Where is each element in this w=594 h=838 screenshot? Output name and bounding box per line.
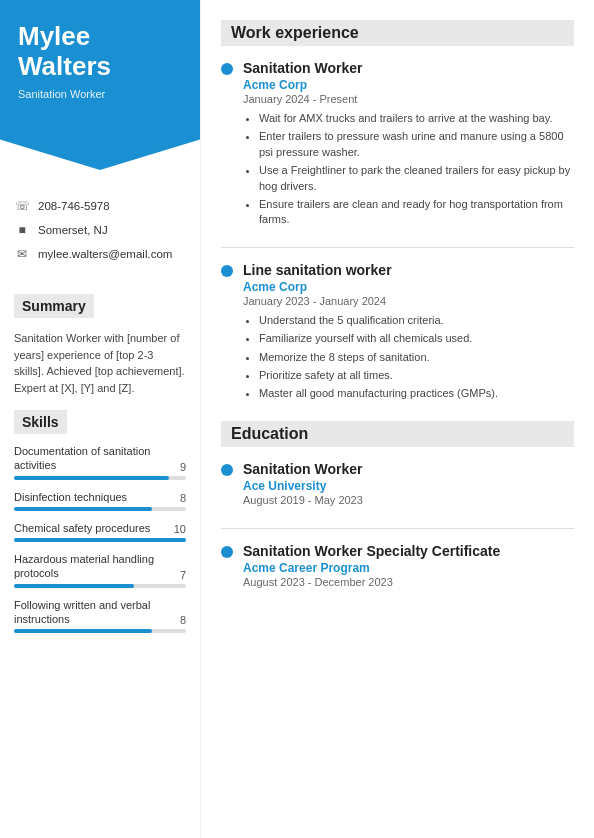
skill-bar-background <box>14 584 186 588</box>
education-item: Sanitation Worker Ace University August … <box>221 461 574 512</box>
exp-company: Acme Corp <box>243 280 574 294</box>
education-item: Sanitation Worker Specialty Certificate … <box>221 543 574 594</box>
exp-content: Line sanitation worker Acme Corp January… <box>243 262 574 405</box>
skill-item: Documentation of sanitation activities 9 <box>14 444 186 480</box>
blue-dot <box>221 63 233 75</box>
skill-item: Chemical safety procedures 10 <box>14 521 186 542</box>
bullet-item: Master all good manufacturing practices … <box>259 386 574 401</box>
skills-list: Documentation of sanitation activities 9… <box>14 444 186 633</box>
exp-bullets: Wait for AMX trucks and trailers to arri… <box>243 111 574 228</box>
email-icon: ✉ <box>14 246 30 262</box>
skill-name: Following written and verbal instruction… <box>14 598 180 627</box>
edu-dates: August 2023 - December 2023 <box>243 576 574 588</box>
skill-name: Hazardous material handling protocols <box>14 552 180 581</box>
skill-bar-fill <box>14 538 186 542</box>
edu-institution: Ace University <box>243 479 574 493</box>
location-icon: ■ <box>14 222 30 238</box>
bullet-item: Wait for AMX trucks and trailers to arri… <box>259 111 574 126</box>
bullet-item: Use a Freightliner to park the cleaned t… <box>259 163 574 194</box>
skill-name: Documentation of sanitation activities <box>14 444 180 473</box>
skills-heading: Skills <box>14 410 67 434</box>
skill-score: 7 <box>180 569 186 581</box>
experience-item: Line sanitation worker Acme Corp January… <box>221 262 574 405</box>
bullet-item: Understand the 5 qualification criteria. <box>259 313 574 328</box>
summary-section: Summary <box>0 280 200 330</box>
skill-score: 9 <box>180 461 186 473</box>
edu-degree: Sanitation Worker Specialty Certificate <box>243 543 574 559</box>
bullet-item: Prioritize safety at all times. <box>259 368 574 383</box>
exp-role: Line sanitation worker <box>243 262 574 278</box>
edu-institution: Acme Career Program <box>243 561 574 575</box>
skill-bar-background <box>14 507 186 511</box>
phone-text: 208-746-5978 <box>38 200 110 212</box>
bullet-item: Memorize the 8 steps of sanitation. <box>259 350 574 365</box>
phone-contact: ☏ 208-746-5978 <box>14 198 186 214</box>
contact-section: ☏ 208-746-5978 ■ Somerset, NJ ✉ mylee.wa… <box>0 170 200 280</box>
edu-degree: Sanitation Worker <box>243 461 574 477</box>
work-experience-heading: Work experience <box>221 20 574 46</box>
skill-name: Chemical safety procedures <box>14 521 174 535</box>
candidate-title: Sanitation Worker <box>18 88 182 100</box>
edu-content: Sanitation Worker Specialty Certificate … <box>243 543 574 594</box>
skill-bar-background <box>14 538 186 542</box>
dot-column <box>221 543 233 594</box>
location-contact: ■ Somerset, NJ <box>14 222 186 238</box>
education-list: Sanitation Worker Ace University August … <box>221 461 574 594</box>
exp-content: Sanitation Worker Acme Corp January 2024… <box>243 60 574 231</box>
experience-list: Sanitation Worker Acme Corp January 2024… <box>221 60 574 405</box>
skill-score: 10 <box>174 523 186 535</box>
bullet-item: Ensure trailers are clean and ready for … <box>259 197 574 228</box>
exp-date: January 2024 - Present <box>243 93 574 105</box>
dot-column <box>221 461 233 512</box>
sidebar-header: Mylee Walters Sanitation Worker <box>0 0 200 170</box>
edu-content: Sanitation Worker Ace University August … <box>243 461 574 512</box>
email-text: mylee.walters@email.com <box>38 248 172 260</box>
skill-bar-background <box>14 476 186 480</box>
dot-column <box>221 60 233 231</box>
summary-heading: Summary <box>14 294 94 318</box>
exp-date: January 2023 - January 2024 <box>243 295 574 307</box>
skill-score: 8 <box>180 614 186 626</box>
main-content: Work experience Sanitation Worker Acme C… <box>200 0 594 838</box>
summary-text: Sanitation Worker with [number of years]… <box>0 330 200 396</box>
experience-item: Sanitation Worker Acme Corp January 2024… <box>221 60 574 231</box>
location-text: Somerset, NJ <box>38 224 108 236</box>
dot-column <box>221 262 233 405</box>
skill-item: Disinfection techniques 8 <box>14 490 186 511</box>
skill-bar-fill <box>14 584 134 588</box>
education-section: Education Sanitation Worker Ace Universi… <box>221 421 574 594</box>
divider <box>221 528 574 529</box>
skill-bar-fill <box>14 476 169 480</box>
blue-dot <box>221 464 233 476</box>
edu-dates: August 2019 - May 2023 <box>243 494 574 506</box>
divider <box>221 247 574 248</box>
skill-name: Disinfection techniques <box>14 490 180 504</box>
exp-bullets: Understand the 5 qualification criteria.… <box>243 313 574 402</box>
bullet-item: Familiarize yourself with all chemicals … <box>259 331 574 346</box>
skill-item: Hazardous material handling protocols 7 <box>14 552 186 588</box>
skill-item: Following written and verbal instruction… <box>14 598 186 634</box>
candidate-name: Mylee Walters <box>18 22 182 82</box>
skill-score: 8 <box>180 492 186 504</box>
email-contact: ✉ mylee.walters@email.com <box>14 246 186 262</box>
exp-company: Acme Corp <box>243 78 574 92</box>
exp-role: Sanitation Worker <box>243 60 574 76</box>
sidebar: Mylee Walters Sanitation Worker ☏ 208-74… <box>0 0 200 838</box>
skill-bar-fill <box>14 507 152 511</box>
bullet-item: Enter trailers to pressure wash urine an… <box>259 129 574 160</box>
blue-dot <box>221 265 233 277</box>
education-heading: Education <box>221 421 574 447</box>
blue-dot <box>221 546 233 558</box>
skills-section: Skills Documentation of sanitation activ… <box>0 396 200 647</box>
skill-bar-background <box>14 629 186 633</box>
skill-bar-fill <box>14 629 152 633</box>
phone-icon: ☏ <box>14 198 30 214</box>
